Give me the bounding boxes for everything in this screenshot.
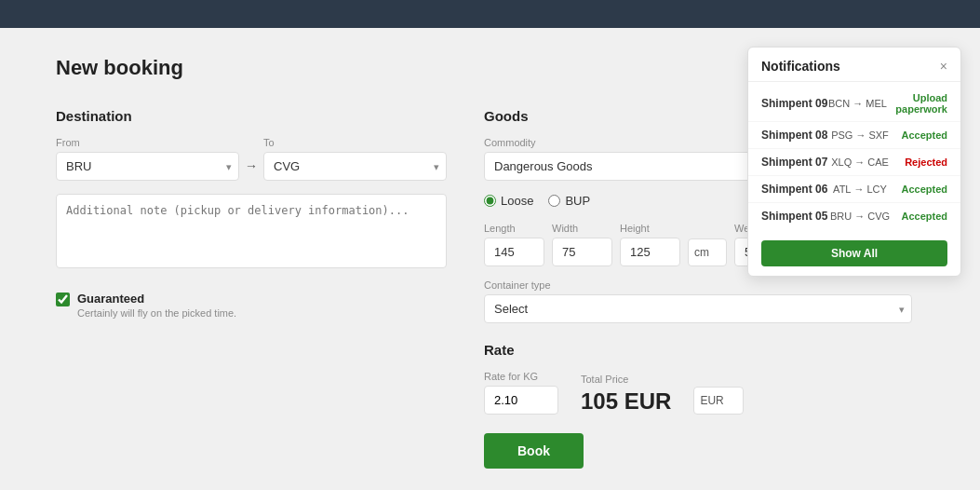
length-input[interactable] xyxy=(484,238,544,266)
loose-radio-label[interactable]: Loose xyxy=(484,194,533,208)
route-arrow-icon-4: → xyxy=(854,211,865,222)
guaranteed-checkbox[interactable] xyxy=(56,293,70,306)
total-price-value: 105 EUR xyxy=(581,388,671,415)
width-label: Width xyxy=(552,223,612,234)
rate-row: Rate for KG Total Price 105 EUR EUR USD xyxy=(484,371,912,415)
notif-route-4: BRU → CVG xyxy=(828,211,892,222)
notif-status-0[interactable]: Upload paperwork xyxy=(887,92,947,115)
route-arrow-icon-2: → xyxy=(854,157,865,168)
total-price-block: Total Price 105 EUR xyxy=(581,374,671,415)
destination-title: Destination xyxy=(56,108,447,124)
loose-radio[interactable] xyxy=(484,195,496,207)
notification-item: Shimpent 07 XLQ → CAE Rejected xyxy=(748,149,960,176)
from-to-row: From BRU → To CVG xyxy=(56,137,447,181)
currency-select[interactable]: EUR USD xyxy=(693,387,744,415)
to-select-wrapper: CVG xyxy=(263,152,447,181)
bup-radio[interactable] xyxy=(548,195,560,207)
currency-select-wrapper: EUR USD xyxy=(693,387,744,415)
notifications-header: Notifications × xyxy=(748,48,960,82)
rate-kg-input[interactable] xyxy=(484,386,558,415)
rate-kg-label: Rate for KG xyxy=(484,371,558,382)
height-input[interactable] xyxy=(620,238,680,266)
cm-unit-select[interactable]: cm xyxy=(688,238,727,266)
to-label: To xyxy=(263,137,447,148)
rate-kg-field: Rate for KG xyxy=(484,371,558,415)
destination-section: Destination From BRU → To xyxy=(56,108,447,319)
cm-unit-wrapper: cm xyxy=(688,238,727,266)
notif-status-3: Accepted xyxy=(892,184,947,195)
notif-route-3: ATL → LCY xyxy=(828,184,892,195)
notification-item: Shimpent 08 PSG → SXF Accepted xyxy=(748,122,960,149)
container-row: Container type Select xyxy=(484,279,912,323)
notif-shipment-1: Shimpent 08 xyxy=(761,129,828,142)
notifications-popup: Notifications × Shimpent 09 BCN → MEL Up… xyxy=(747,47,961,277)
notif-status-1: Accepted xyxy=(892,129,947,141)
guaranteed-label[interactable]: Guaranteed xyxy=(77,292,144,306)
length-label: Length xyxy=(484,223,544,234)
height-label: Height xyxy=(620,223,680,234)
notifications-footer: Show All xyxy=(748,233,960,276)
notif-shipment-3: Shimpent 06 xyxy=(761,183,828,196)
guaranteed-text: Guaranteed Certainly will fly on the pic… xyxy=(77,292,236,319)
route-arrow-icon: → xyxy=(245,158,258,173)
book-button[interactable]: Book xyxy=(484,433,584,469)
notif-shipment-0: Shimpent 09 xyxy=(761,97,828,110)
container-label: Container type xyxy=(484,279,912,291)
notif-status-4: Accepted xyxy=(892,211,947,222)
notifications-list: Shimpent 09 BCN → MEL Upload paperwork S… xyxy=(748,82,960,233)
notification-item: Shimpent 09 BCN → MEL Upload paperwork xyxy=(748,86,960,122)
notif-route-1: PSG → SXF xyxy=(828,129,892,141)
guaranteed-desc: Certainly will fly on the picked time. xyxy=(77,307,236,319)
notification-item: Shimpent 06 ATL → LCY Accepted xyxy=(748,176,960,203)
notif-status-2: Rejected xyxy=(892,157,947,168)
height-field: Height xyxy=(620,223,680,266)
notif-shipment-2: Shimpent 07 xyxy=(761,156,828,169)
rate-title: Rate xyxy=(484,342,912,358)
bup-radio-label[interactable]: BUP xyxy=(548,194,590,208)
additional-note-input[interactable] xyxy=(56,194,447,268)
width-field: Width xyxy=(552,223,612,266)
route-arrow-icon-0: → xyxy=(852,98,863,109)
bup-label: BUP xyxy=(565,194,590,208)
container-select-wrapper: Select xyxy=(484,294,912,323)
guaranteed-row: Guaranteed Certainly will fly on the pic… xyxy=(56,292,447,319)
container-select[interactable]: Select xyxy=(484,294,912,323)
loose-label: Loose xyxy=(501,194,533,208)
show-all-button[interactable]: Show All xyxy=(761,240,947,266)
top-bar xyxy=(0,0,980,28)
from-select[interactable]: BRU xyxy=(56,152,239,181)
notifications-close-button[interactable]: × xyxy=(940,60,947,73)
page-content: New booking Destination From BRU → xyxy=(0,28,980,490)
notif-route-0: BCN → MEL xyxy=(828,98,887,109)
width-input[interactable] xyxy=(552,238,612,266)
notifications-title: Notifications xyxy=(761,59,840,74)
to-select[interactable]: CVG xyxy=(263,152,447,181)
length-field: Length xyxy=(484,223,544,266)
from-block: From BRU xyxy=(56,137,239,181)
route-arrow-icon-1: → xyxy=(855,129,866,141)
rate-section: Rate Rate for KG Total Price 105 EUR EUR… xyxy=(484,342,912,469)
notif-route-2: XLQ → CAE xyxy=(828,157,892,168)
total-price-label: Total Price xyxy=(581,374,671,385)
from-label: From xyxy=(56,137,239,148)
from-select-wrapper: BRU xyxy=(56,152,239,181)
to-block: To CVG xyxy=(263,137,447,181)
route-arrow-icon-3: → xyxy=(853,184,864,195)
notif-shipment-4: Shimpent 05 xyxy=(761,210,828,223)
notification-item: Shimpent 05 BRU → CVG Accepted xyxy=(748,203,960,229)
arrow-block: → xyxy=(239,158,263,181)
